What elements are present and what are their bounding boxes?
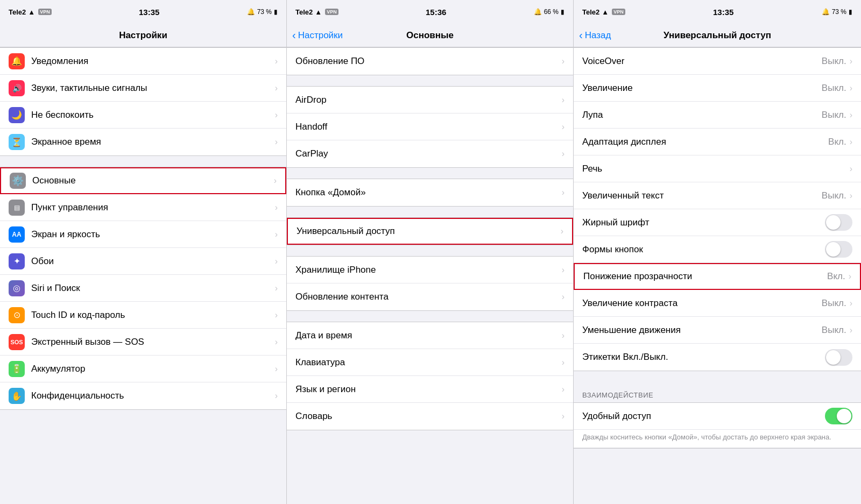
button-shapes-toggle[interactable] [825, 241, 852, 258]
list-item-accessibility[interactable]: Универсальный доступ › [287, 218, 573, 245]
chevron-right-icon: › [562, 122, 564, 132]
settings-icon: ⚙️ [10, 173, 26, 189]
list-item[interactable]: Кнопка «Домой» › [287, 179, 573, 206]
alarm-icon-2: 🔔 [534, 8, 542, 16]
item-label: Универсальный доступ [297, 226, 561, 237]
list-item[interactable]: ⊙ Touch ID и код-пароль › [0, 302, 286, 329]
list-item[interactable]: Словарь › [287, 403, 573, 430]
settings-group-interaction: Удобный доступ Дважды коснитесь кнопки «… [574, 402, 861, 449]
siri-icon: ◎ [9, 280, 25, 296]
nav-bar-1: Настройки [0, 24, 286, 47]
settings-group-storage: Хранилище iPhone › Обновление контента › [287, 256, 573, 311]
wifi-icon-3: ▲ [602, 8, 609, 16]
panel-accessibility: Tele2 ▲ VPN 13:35 🔔 73 % ▮ ‹ Назад Униве… [574, 0, 861, 504]
item-label: Понижение прозрачности [583, 271, 827, 282]
list-item[interactable]: Обновление ПО › [287, 48, 573, 75]
list-item-osnovnye[interactable]: ⚙️ Основные › [0, 167, 286, 194]
list-item[interactable]: Язык и регион › [287, 376, 573, 403]
item-label: Дата и время [295, 330, 562, 341]
chevron-right-icon: › [562, 56, 564, 66]
item-label: Обновление контента [295, 292, 562, 302]
list-item[interactable]: 🔊 Звуки, тактильные сигналы › [0, 75, 286, 102]
item-label: Аккумулятор [31, 364, 275, 374]
list-item-zoom[interactable]: Увеличение Выкл. › [574, 75, 861, 102]
chevron-right-icon: › [275, 257, 278, 266]
panel-osnovnye: Tele2 ▲ VPN 15:36 🔔 66 % ▮ ‹ Настройки О… [287, 0, 574, 504]
chevron-right-icon: › [562, 358, 564, 367]
list-item-carplay[interactable]: CarPlay › [287, 140, 573, 167]
status-right-1: 🔔 73 % ▮ [247, 8, 278, 16]
list-item-handoff[interactable]: Handoff › [287, 113, 573, 140]
item-label: Увеличение контраста [582, 298, 822, 309]
list-item-display[interactable]: Адаптация дисплея Вкл. › [574, 129, 861, 155]
reachability-toggle[interactable] [825, 408, 852, 424]
list-item-largertext[interactable]: Увеличенный текст Выкл. › [574, 182, 861, 209]
list-item[interactable]: ▤ Пункт управления › [0, 194, 286, 221]
carrier-1: Tele2 [9, 8, 26, 16]
display-icon: AA [9, 226, 25, 243]
status-left-2: Tele2 ▲ VPN [295, 8, 338, 16]
item-label: Словарь [295, 411, 562, 422]
list-item-magnifier[interactable]: Лупа Выкл. › [574, 102, 861, 129]
item-label: AirDrop [295, 95, 562, 105]
item-label: Обновление ПО [295, 56, 562, 67]
chevron-right-icon: › [850, 164, 852, 174]
settings-list-2[interactable]: Обновление ПО › AirDrop › Handoff › CarP… [287, 47, 573, 504]
list-item[interactable]: ✦ Обои › [0, 248, 286, 275]
chevron-right-icon: › [562, 385, 564, 394]
chevron-right-icon: › [850, 325, 852, 335]
nav-title-3: Универсальный доступ [664, 30, 771, 41]
chevron-right-icon: › [562, 411, 564, 421]
item-label: Лупа [582, 110, 822, 120]
list-item-onofflabels[interactable]: Этикетки Вкл./Выкл. [574, 344, 861, 371]
sounds-icon: 🔊 [9, 80, 25, 96]
list-item-reachability[interactable]: Удобный доступ [574, 403, 861, 430]
status-left-1: Tele2 ▲ VPN [9, 8, 52, 16]
list-item[interactable]: ✋ Конфиденциальность › [0, 382, 286, 409]
list-item-speech[interactable]: Речь › [574, 155, 861, 182]
list-item[interactable]: 🔔 Уведомления › [0, 48, 286, 75]
list-item[interactable]: Клавиатура › [287, 349, 573, 376]
back-button-3[interactable]: ‹ Назад [579, 29, 611, 41]
time-1: 13:35 [139, 8, 159, 17]
chevron-right-icon: › [562, 292, 564, 302]
item-label: Touch ID и код-пароль [31, 310, 275, 321]
list-item-voiceover[interactable]: VoiceOver Выкл. › [574, 48, 861, 75]
toggle-knob [826, 215, 841, 230]
settings-group-datetime: Дата и время › Клавиатура › Язык и регио… [287, 322, 573, 430]
chevron-right-icon: › [850, 299, 852, 308]
panel-settings: Tele2 ▲ VPN 13:35 🔔 73 % ▮ Настройки 🔔 У… [0, 0, 287, 504]
list-item[interactable]: Хранилище iPhone › [287, 257, 573, 283]
list-item[interactable]: Обновление контента › [287, 283, 573, 310]
labels-toggle[interactable] [825, 349, 852, 366]
item-label: Речь [582, 164, 850, 174]
status-right-3: 🔔 73 % ▮ [822, 8, 852, 16]
list-item[interactable]: ⏳ Экранное время › [0, 129, 286, 155]
item-label: Этикетки Вкл./Выкл. [582, 352, 825, 363]
back-button-2[interactable]: ‹ Настройки [292, 29, 343, 41]
list-item[interactable]: 🔋 Аккумулятор › [0, 356, 286, 382]
list-item-contrast[interactable]: Увеличение контраста Выкл. › [574, 290, 861, 317]
wallpaper-icon: ✦ [9, 253, 25, 269]
list-item-boldfont[interactable]: Жирный шрифт [574, 209, 861, 236]
list-item[interactable]: Дата и время › [287, 322, 573, 349]
chevron-right-icon: › [275, 83, 278, 93]
notifications-icon: 🔔 [9, 53, 25, 69]
item-label: Handoff [295, 122, 562, 132]
list-item[interactable]: AA Экран и яркость › [0, 221, 286, 248]
reachability-description: Дважды коснитесь кнопки «Домой», чтобы д… [574, 430, 861, 448]
bold-font-toggle[interactable] [825, 214, 852, 231]
list-item-reducemotion[interactable]: Уменьшение движения Выкл. › [574, 317, 861, 344]
list-item-airdrop[interactable]: AirDrop › [287, 87, 573, 113]
item-label: Обои [31, 256, 275, 267]
list-item[interactable]: SOS Экстренный вызов — SOS › [0, 329, 286, 356]
list-item[interactable]: 🌙 Не беспокоить › [0, 102, 286, 129]
nav-bar-2: ‹ Настройки Основные [287, 24, 573, 47]
list-item-reduce-transparency[interactable]: Понижение прозрачности Вкл. › [574, 263, 861, 290]
list-item[interactable]: ◎ Siri и Поиск › [0, 275, 286, 302]
time-2: 15:36 [426, 8, 446, 17]
list-item-buttonshapes[interactable]: Формы кнопок [574, 236, 861, 263]
settings-list-3[interactable]: VoiceOver Выкл. › Увеличение Выкл. › Луп… [574, 47, 861, 504]
settings-list-1[interactable]: 🔔 Уведомления › 🔊 Звуки, тактильные сигн… [0, 47, 286, 504]
chevron-right-icon: › [275, 137, 278, 147]
